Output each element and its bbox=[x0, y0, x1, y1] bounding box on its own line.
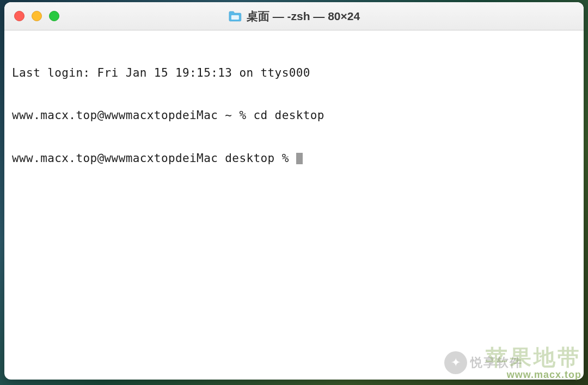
minimize-button[interactable] bbox=[32, 11, 42, 21]
terminal-prompt: www.macx.top@wwwmacxtopdeiMac desktop % bbox=[12, 152, 296, 165]
terminal-body[interactable]: Last login: Fri Jan 15 19:15:13 on ttys0… bbox=[4, 30, 584, 201]
window-title-area: 桌面 — -zsh — 80×24 bbox=[228, 9, 360, 24]
traffic-lights bbox=[14, 11, 59, 21]
cursor bbox=[296, 153, 303, 164]
terminal-line: www.macx.top@wwwmacxtopdeiMac ~ % cd des… bbox=[12, 108, 576, 122]
maximize-button[interactable] bbox=[49, 11, 59, 21]
window-title: 桌面 — -zsh — 80×24 bbox=[247, 9, 360, 24]
svg-rect-0 bbox=[231, 15, 239, 20]
terminal-line: www.macx.top@wwwmacxtopdeiMac desktop % bbox=[12, 151, 576, 165]
folder-icon bbox=[228, 10, 242, 22]
close-button[interactable] bbox=[14, 11, 24, 21]
terminal-window: 桌面 — -zsh — 80×24 Last login: Fri Jan 15… bbox=[4, 2, 584, 380]
terminal-line: Last login: Fri Jan 15 19:15:13 on ttys0… bbox=[12, 66, 576, 80]
titlebar[interactable]: 桌面 — -zsh — 80×24 bbox=[4, 2, 584, 30]
